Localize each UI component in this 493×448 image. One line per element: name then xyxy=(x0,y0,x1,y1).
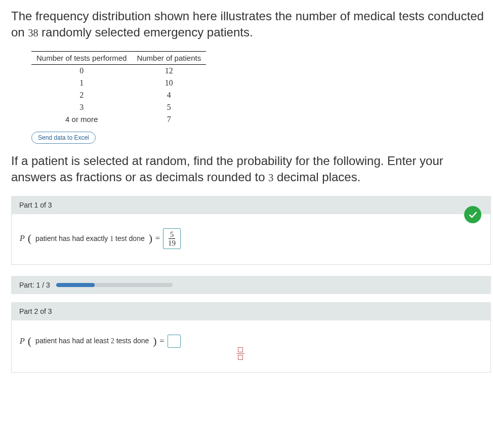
answer-numerator: 5 xyxy=(169,230,176,239)
part-1-header: Part 1 of 3 xyxy=(11,196,491,214)
cell-patients: 4 xyxy=(132,89,206,101)
answer-fraction: 5 19 xyxy=(167,230,177,248)
equals-sign: = xyxy=(155,234,160,243)
answer-denominator: 19 xyxy=(167,239,177,248)
equals-sign: = xyxy=(160,337,165,346)
send-to-excel-button[interactable]: Send data to Excel xyxy=(31,132,96,144)
decimal-places: 3 xyxy=(268,172,273,183)
fraction-tool-icon[interactable] xyxy=(233,346,248,361)
cell-patients: 5 xyxy=(132,101,206,113)
part-1: Part 1 of 3 P ( patient has had exactly … xyxy=(11,196,491,265)
table-row: 2 4 xyxy=(31,89,206,101)
question-prompt: If a patient is selected at random, find… xyxy=(11,153,491,186)
p-symbol: P xyxy=(20,234,25,243)
sample-size: 38 xyxy=(28,27,38,38)
table-header-patients: Number of patients xyxy=(132,51,206,64)
table-row: 0 12 xyxy=(31,64,206,77)
p-symbol: P xyxy=(20,337,25,346)
correct-icon xyxy=(464,206,481,223)
progress-row: Part: 1 / 3 xyxy=(11,276,491,294)
intro-text-b: randomly selected emergency patients. xyxy=(38,25,253,39)
progress-bar[interactable] xyxy=(56,283,173,287)
answer-input-filled[interactable]: 5 19 xyxy=(163,228,181,249)
event-text: patient has had exactly 1 test done xyxy=(34,234,146,243)
progress-label: Part: 1 / 3 xyxy=(19,281,50,289)
answer-input-empty[interactable] xyxy=(168,335,181,348)
cell-patients: 10 xyxy=(132,77,206,89)
part-2-expression: P ( patient has had at least 2 tests don… xyxy=(20,335,482,348)
part-1-expression: P ( patient has had exactly 1 test done … xyxy=(20,228,482,249)
frequency-table: Number of tests performed Number of pati… xyxy=(31,51,206,126)
part-1-body: P ( patient has had exactly 1 test done … xyxy=(11,214,491,265)
cell-tests: 0 xyxy=(31,64,132,77)
cell-tests: 3 xyxy=(31,101,132,113)
close-paren: ) xyxy=(149,232,152,245)
question-intro: The frequency distribution shown here il… xyxy=(11,8,491,41)
part-2-body: P ( patient has had at least 2 tests don… xyxy=(11,320,491,373)
open-paren: ( xyxy=(28,335,31,348)
table-row: 3 5 xyxy=(31,101,206,113)
event-text: patient has had at least 2 tests done xyxy=(34,337,150,345)
part-2-header: Part 2 of 3 xyxy=(11,302,491,320)
cell-tests: 2 xyxy=(31,89,132,101)
table-row: 4 or more 7 xyxy=(31,113,206,126)
cell-tests: 1 xyxy=(31,77,132,89)
table-row: 1 10 xyxy=(31,77,206,89)
progress-fill xyxy=(56,283,95,287)
cell-patients: 7 xyxy=(132,113,206,126)
cell-tests: 4 or more xyxy=(31,113,132,126)
open-paren: ( xyxy=(28,232,31,245)
prompt-b: decimal places. xyxy=(273,170,360,184)
close-paren: ) xyxy=(153,335,156,348)
table-header-tests: Number of tests performed xyxy=(31,51,132,64)
cell-patients: 12 xyxy=(132,64,206,77)
prompt-a: If a patient is selected at random, find… xyxy=(11,154,443,184)
part-2: Part 2 of 3 P ( patient has had at least… xyxy=(11,302,491,373)
